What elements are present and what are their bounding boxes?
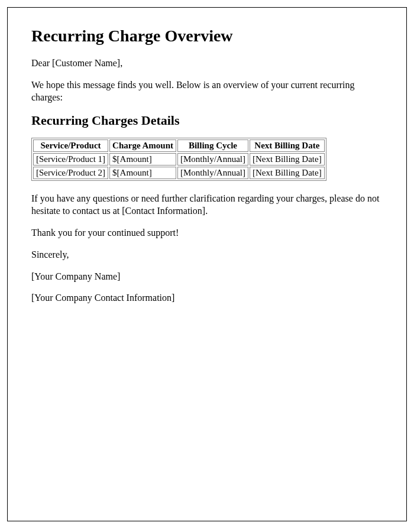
header-service: Service/Product xyxy=(33,140,108,152)
cell-service: [Service/Product 1] xyxy=(33,153,108,166)
header-amount: Charge Amount xyxy=(109,140,176,152)
table-row: [Service/Product 2] $[Amount] [Monthly/A… xyxy=(33,167,325,179)
signoff-text: Sincerely, xyxy=(31,249,383,261)
page-title: Recurring Charge Overview xyxy=(31,27,383,46)
cell-amount: $[Amount] xyxy=(109,167,176,179)
cell-service: [Service/Product 2] xyxy=(33,167,108,179)
table-header-row: Service/Product Charge Amount Billing Cy… xyxy=(33,140,325,152)
cell-amount: $[Amount] xyxy=(109,153,176,166)
document-page: Recurring Charge Overview Dear [Customer… xyxy=(7,7,407,521)
table-row: [Service/Product 1] $[Amount] [Monthly/A… xyxy=(33,153,325,166)
thanks-text: Thank you for your continued support! xyxy=(31,227,383,239)
details-heading: Recurring Charges Details xyxy=(31,113,383,128)
greeting-text: Dear [Customer Name], xyxy=(31,57,383,70)
company-contact: [Your Company Contact Information] xyxy=(31,292,383,304)
cell-next: [Next Billing Date] xyxy=(250,153,325,166)
charges-table: Service/Product Charge Amount Billing Cy… xyxy=(31,138,326,181)
contact-note: If you have any questions or need furthe… xyxy=(31,193,383,218)
cell-cycle: [Monthly/Annual] xyxy=(177,153,248,166)
intro-text: We hope this message finds you well. Bel… xyxy=(31,79,383,104)
header-cycle: Billing Cycle xyxy=(177,140,248,152)
cell-next: [Next Billing Date] xyxy=(250,167,325,179)
header-next: Next Billing Date xyxy=(250,140,325,152)
company-name: [Your Company Name] xyxy=(31,271,383,283)
cell-cycle: [Monthly/Annual] xyxy=(177,167,248,179)
